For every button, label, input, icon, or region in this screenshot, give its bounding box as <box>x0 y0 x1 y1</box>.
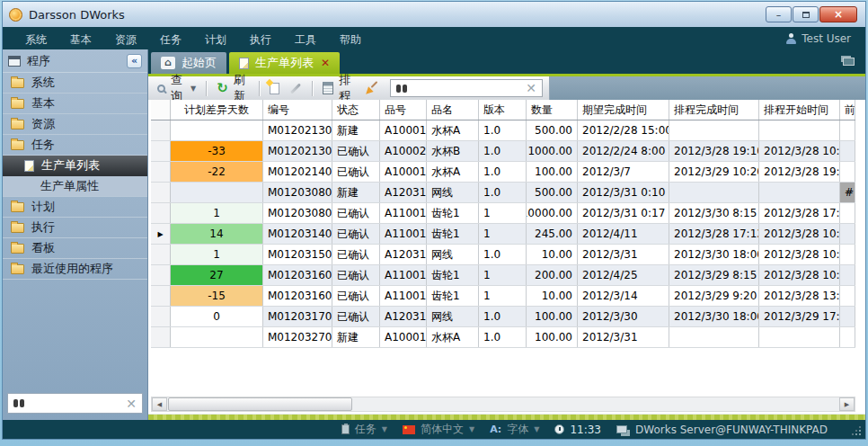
table-row[interactable]: 1M012031501已确认A12031网线1.010.002012/3/312… <box>151 245 855 265</box>
column-header-extra[interactable]: 前 <box>840 100 855 120</box>
edit-button[interactable] <box>287 86 305 91</box>
close-button[interactable]: × <box>819 6 857 22</box>
table-row[interactable]: ▶14M012031402已确认A11001齿轮11245.002012/4/1… <box>151 224 855 245</box>
window-controls: – × <box>766 6 859 22</box>
toolbar-row: 查询 ▼ 刷新 排程 <box>148 76 865 100</box>
titlebar[interactable]: Darsson DWorks – × <box>3 2 865 27</box>
column-header-due[interactable]: 期望完成时间 <box>578 100 669 120</box>
sidebar-item-6[interactable]: 计划 <box>3 197 147 218</box>
window-list-icon[interactable] <box>843 58 855 66</box>
column-header-finish[interactable]: 排程完成时间 <box>669 100 759 120</box>
column-header-diff[interactable]: 计划差异天数 <box>171 100 263 120</box>
grid-cell-start: 2012/3/28 10:52 <box>759 265 840 285</box>
grid-cell-name: 网线 <box>427 307 479 326</box>
scroll-left-icon[interactable]: ◀ <box>152 397 167 411</box>
sidebar-item-1[interactable]: 基本 <box>3 94 147 114</box>
sidebar-item-2[interactable]: 资源 <box>3 114 147 135</box>
column-header-start[interactable]: 排程开始时间 <box>759 100 840 120</box>
clean-button[interactable] <box>362 81 381 96</box>
scroll-right-icon[interactable]: ▶ <box>839 397 855 411</box>
table-row[interactable]: -33M012021302已确认A10002水杯B1.01000.002012/… <box>151 141 855 162</box>
toolbar-search-box[interactable]: ✕ <box>390 79 543 97</box>
toolbar-separator <box>206 81 207 96</box>
grid-cell-extra <box>840 224 855 244</box>
table-row[interactable]: 27M012031601已确认A11001齿轮11200.002012/4/25… <box>151 265 855 286</box>
grid-cell-qty: 500.00 <box>527 120 578 140</box>
folder-icon <box>11 99 24 109</box>
grid-cell-name: 齿轮1 <box>427 286 479 306</box>
minimize-button[interactable]: – <box>766 6 792 22</box>
row-indicator <box>151 203 171 223</box>
user-box[interactable]: Test User <box>786 32 855 45</box>
grid-cell-item: A11001 <box>380 286 427 306</box>
grid-cell-finish: 2012/3/28 19:10 <box>669 141 759 161</box>
grid-cell-finish: 2012/3/29 10:20 <box>669 162 759 182</box>
menu-item-6[interactable]: 工具 <box>283 33 328 46</box>
status-bar: 任务 ▼ 简体中文 ▼ A: 字体 ▼ 11:33 DWorks Server@… <box>3 420 865 439</box>
table-row[interactable]: 1M012030802已确认A11001齿轮1110000.002012/3/3… <box>151 203 855 224</box>
menu-item-1[interactable]: 基本 <box>58 33 103 46</box>
grid-cell-extra <box>840 245 855 264</box>
tab-close-icon[interactable]: ✕ <box>321 57 330 69</box>
row-indicator <box>151 141 171 161</box>
column-header-name[interactable]: 品名 <box>427 100 479 120</box>
table-row[interactable]: M012030801新建A12031网线1.0500.002012/3/31 0… <box>151 183 855 203</box>
grid-cell-due: 2012/3/30 <box>578 307 669 326</box>
app-logo-gear-icon <box>9 8 22 22</box>
resize-grip[interactable] <box>859 433 861 435</box>
column-header-status[interactable]: 状态 <box>332 100 380 120</box>
sidebar-item-7[interactable]: 执行 <box>3 218 147 238</box>
user-name: Test User <box>802 32 851 45</box>
sidebar-item-9[interactable]: 最近使用的程序 <box>3 259 147 280</box>
program-window-icon <box>8 56 21 67</box>
status-language[interactable]: 简体中文 ▼ <box>403 422 474 437</box>
menu-item-2[interactable]: 资源 <box>103 33 148 46</box>
menu-item-7[interactable]: 帮助 <box>328 33 373 46</box>
toolbar-search-input[interactable] <box>407 82 519 94</box>
menu-item-5[interactable]: 执行 <box>238 33 283 46</box>
grid-cell-no: M012030801 <box>263 183 332 202</box>
status-font[interactable]: A: 字体 ▼ <box>490 422 539 437</box>
grid-cell-extra <box>840 286 855 306</box>
grid-cell-item: A12031 <box>380 307 427 326</box>
table-row[interactable]: M012032701新建A10001水杯A1.0100.002012/3/31 <box>151 327 855 348</box>
sidebar-item-8[interactable]: 看板 <box>3 238 147 259</box>
column-header-item[interactable]: 品号 <box>380 100 427 120</box>
document-icon <box>239 58 249 69</box>
grid-cell-item: A11001 <box>380 265 427 285</box>
menu-item-4[interactable]: 计划 <box>193 33 238 46</box>
grid-cell-name: 齿轮1 <box>427 265 479 285</box>
table-row[interactable]: 0M012031701已确认A12031网线1.0100.002012/3/30… <box>151 307 855 327</box>
table-row[interactable]: M012021301新建A10001水杯A1.0500.002012/2/28 … <box>151 120 855 141</box>
sidebar-search-input[interactable] <box>24 397 120 410</box>
grid-cell-due: 2012/3/31 <box>578 245 669 264</box>
grid-cell-extra <box>840 141 855 161</box>
new-button[interactable] <box>267 82 282 95</box>
table-row[interactable]: -22M012021401已确认A10001水杯A1.0100.002012/3… <box>151 162 855 183</box>
menu-items: 系统基本资源任务计划执行工具帮助 <box>13 30 373 48</box>
horizontal-scrollbar[interactable]: ◀ ▶ <box>151 397 855 412</box>
menu-item-0[interactable]: 系统 <box>13 33 58 46</box>
status-task[interactable]: 任务 ▼ <box>341 422 387 437</box>
grid-cell-start: 2012/3/28 17:13 <box>759 203 840 223</box>
grid-cell-ver: 1.0 <box>479 245 527 264</box>
sidebar-item-5[interactable]: 生产单属性 <box>3 176 147 197</box>
sidebar-search-box[interactable]: ✕ <box>7 393 143 414</box>
sidebar-search-clear-icon[interactable]: ✕ <box>126 397 137 410</box>
maximize-button[interactable] <box>793 6 819 22</box>
grid-cell-ver: 1.0 <box>479 120 527 140</box>
column-header-no[interactable]: 编号 <box>263 100 332 120</box>
sidebar-item-4[interactable]: 生产单列表 <box>3 156 147 176</box>
sidebar-collapse-button[interactable]: « <box>127 54 142 68</box>
sidebar-item-3[interactable]: 任务 <box>3 135 147 156</box>
table-row[interactable]: -15M012031602已确认A11001齿轮1110.002012/3/14… <box>151 286 855 307</box>
scrollbar-thumb[interactable] <box>168 397 352 411</box>
column-header-ver[interactable]: 版本 <box>479 100 527 120</box>
toolbar-search-clear-icon[interactable]: ✕ <box>526 82 536 94</box>
menu-item-3[interactable]: 任务 <box>148 33 193 46</box>
grid-cell-due: 2012/2/24 8:00 <box>578 141 669 161</box>
sidebar-item-0[interactable]: 系统 <box>3 73 147 94</box>
body: 程序 « 系统基本资源任务生产单列表生产单属性计划执行看板最近使用的程序 ✕ 起… <box>3 49 865 420</box>
column-header-qty[interactable]: 数量 <box>527 100 578 120</box>
sidebar-item-label: 资源 <box>31 116 55 132</box>
